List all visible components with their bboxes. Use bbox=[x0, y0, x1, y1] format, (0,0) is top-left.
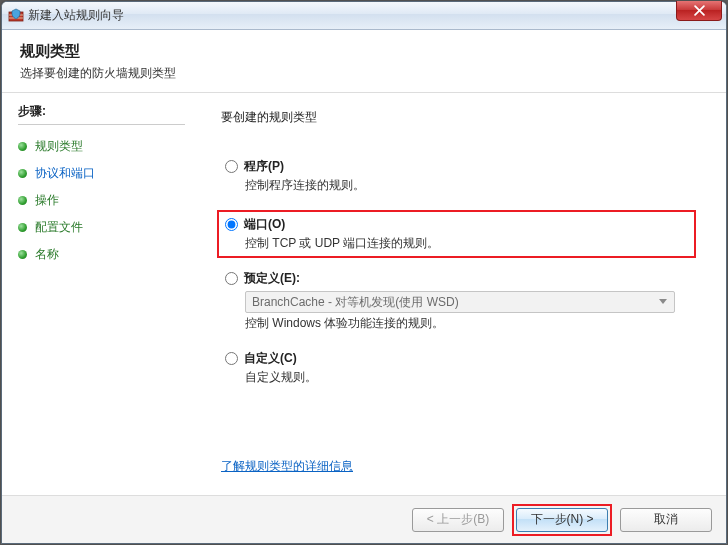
next-button-highlight: 下一步(N) > bbox=[512, 504, 612, 536]
sidebar-item-label: 协议和端口 bbox=[35, 165, 95, 182]
option-port-desc: 控制 TCP 或 UDP 端口连接的规则。 bbox=[245, 235, 688, 252]
bullet-icon bbox=[18, 196, 27, 205]
predefined-combo-value: BranchCache - 对等机发现(使用 WSD) bbox=[252, 294, 459, 311]
sidebar-item-label: 操作 bbox=[35, 192, 59, 209]
radio-custom[interactable] bbox=[225, 352, 238, 365]
cancel-button[interactable]: 取消 bbox=[620, 508, 712, 532]
option-program-desc: 控制程序连接的规则。 bbox=[245, 177, 692, 194]
page-title: 规则类型 bbox=[20, 42, 708, 61]
title-bar[interactable]: 新建入站规则向导 bbox=[2, 2, 726, 30]
option-port: 端口(O) 控制 TCP 或 UDP 端口连接的规则。 bbox=[217, 210, 696, 258]
sidebar-item-action[interactable]: 操作 bbox=[18, 187, 185, 214]
back-button: < 上一步(B) bbox=[412, 508, 504, 532]
learn-more-link[interactable]: 了解规则类型的详细信息 bbox=[221, 458, 696, 475]
question-label: 要创建的规则类型 bbox=[221, 109, 696, 126]
option-custom-desc: 自定义规则。 bbox=[245, 369, 692, 386]
bullet-icon bbox=[18, 142, 27, 151]
option-program-label: 程序(P) bbox=[244, 158, 284, 175]
steps-sidebar: 步骤: 规则类型 协议和端口 操作 配置文件 名称 bbox=[2, 93, 197, 495]
content-pane: 要创建的规则类型 程序(P) 控制程序连接的规则。 端口(O) 控制 TCP 或… bbox=[197, 93, 726, 495]
options-group: 程序(P) 控制程序连接的规则。 端口(O) 控制 TCP 或 UDP 端口连接… bbox=[221, 156, 696, 402]
option-program-row[interactable]: 程序(P) bbox=[225, 158, 692, 175]
option-predefined: 预定义(E): BranchCache - 对等机发现(使用 WSD) 控制 W… bbox=[221, 268, 696, 334]
wizard-window: 新建入站规则向导 规则类型 选择要创建的防火墙规则类型 步骤: 规则类型 协议和… bbox=[1, 1, 727, 544]
sidebar-item-name[interactable]: 名称 bbox=[18, 241, 185, 268]
page-subtitle: 选择要创建的防火墙规则类型 bbox=[20, 65, 708, 82]
window-title: 新建入站规则向导 bbox=[28, 7, 124, 24]
option-predefined-row[interactable]: 预定义(E): bbox=[225, 270, 692, 287]
sidebar-item-label: 规则类型 bbox=[35, 138, 83, 155]
option-predefined-label: 预定义(E): bbox=[244, 270, 300, 287]
option-port-row[interactable]: 端口(O) bbox=[225, 216, 688, 233]
next-button[interactable]: 下一步(N) > bbox=[516, 508, 608, 532]
option-port-label: 端口(O) bbox=[244, 216, 285, 233]
sidebar-item-protocol-port[interactable]: 协议和端口 bbox=[18, 160, 185, 187]
wizard-header: 规则类型 选择要创建的防火墙规则类型 bbox=[2, 30, 726, 93]
radio-program[interactable] bbox=[225, 160, 238, 173]
bullet-icon bbox=[18, 169, 27, 178]
radio-predefined[interactable] bbox=[225, 272, 238, 285]
sidebar-item-label: 配置文件 bbox=[35, 219, 83, 236]
option-program: 程序(P) 控制程序连接的规则。 bbox=[221, 156, 696, 196]
option-custom: 自定义(C) 自定义规则。 bbox=[221, 348, 696, 388]
bullet-icon bbox=[18, 223, 27, 232]
chevron-down-icon bbox=[654, 293, 672, 311]
sidebar-item-label: 名称 bbox=[35, 246, 59, 263]
option-custom-label: 自定义(C) bbox=[244, 350, 297, 367]
radio-port[interactable] bbox=[225, 218, 238, 231]
predefined-combo: BranchCache - 对等机发现(使用 WSD) bbox=[245, 291, 675, 313]
bullet-icon bbox=[18, 250, 27, 259]
wizard-footer: < 上一步(B) 下一步(N) > 取消 bbox=[2, 495, 726, 543]
steps-heading: 步骤: bbox=[18, 103, 185, 120]
option-custom-row[interactable]: 自定义(C) bbox=[225, 350, 692, 367]
divider bbox=[18, 124, 185, 125]
close-button[interactable] bbox=[676, 1, 722, 21]
wizard-body: 步骤: 规则类型 协议和端口 操作 配置文件 名称 bbox=[2, 93, 726, 495]
sidebar-item-profile[interactable]: 配置文件 bbox=[18, 214, 185, 241]
sidebar-item-rule-type[interactable]: 规则类型 bbox=[18, 133, 185, 160]
close-icon bbox=[694, 5, 705, 16]
option-predefined-desc: 控制 Windows 体验功能连接的规则。 bbox=[245, 315, 692, 332]
firewall-icon bbox=[8, 8, 24, 24]
